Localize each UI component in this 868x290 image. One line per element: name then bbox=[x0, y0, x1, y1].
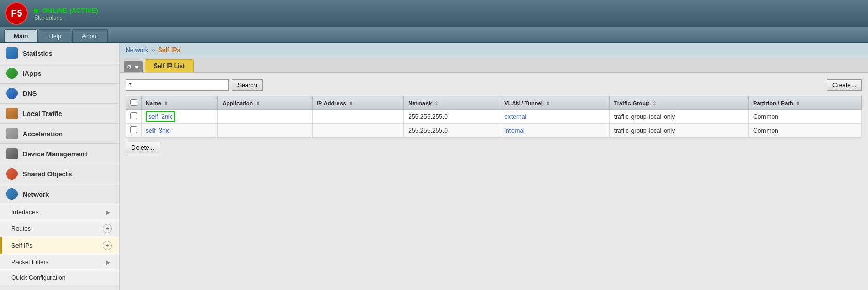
search-input[interactable] bbox=[126, 79, 229, 91]
sidebar: Statistics iApps DNS Local Traffic Accel… bbox=[0, 43, 120, 290]
row-checkbox-cell bbox=[126, 110, 142, 124]
th-application: Application ⇕ bbox=[218, 96, 312, 110]
row-netmask-cell: 255.255.255.0 bbox=[404, 124, 500, 138]
th-ip-label: IP Address bbox=[317, 100, 346, 106]
row-name-cell: self_2nic bbox=[142, 110, 218, 124]
row-partition-cell: Common bbox=[749, 124, 862, 138]
th-vlan-label: VLAN / Tunnel bbox=[504, 100, 542, 106]
row-ip-cell bbox=[312, 124, 403, 138]
th-netmask-label: Netmask bbox=[408, 100, 432, 106]
row-application-cell bbox=[218, 124, 312, 138]
th-name-label: Name bbox=[146, 100, 161, 106]
submenu-packet-filters[interactable]: Packet Filters ► bbox=[0, 254, 119, 270]
sidebar-item-local-traffic[interactable]: Local Traffic bbox=[0, 104, 119, 124]
sidebar-label-local-traffic: Local Traffic bbox=[23, 110, 113, 118]
chevron-right-icon: ► bbox=[105, 208, 112, 216]
submenu-label-packet-filters: Packet Filters bbox=[11, 259, 105, 266]
th-netmask: Netmask ⇕ bbox=[404, 96, 500, 110]
tab-help[interactable]: Help bbox=[39, 29, 71, 42]
th-application-label: Application bbox=[222, 100, 253, 106]
sidebar-item-acceleration[interactable]: Acceleration bbox=[0, 124, 119, 144]
submenu-self-ips[interactable]: Self IPs + bbox=[0, 237, 119, 254]
row-vlan-cell: internal bbox=[500, 124, 609, 138]
local-traffic-icon bbox=[6, 108, 18, 119]
submenu-label-self-ips: Self IPs bbox=[11, 242, 103, 249]
th-vlan-tunnel: VLAN / Tunnel ⇕ bbox=[500, 96, 609, 110]
status-indicator bbox=[34, 9, 38, 13]
f5-logo: F5 bbox=[5, 2, 28, 25]
gear-icon: ⚙ bbox=[127, 63, 132, 70]
row-checkbox-1[interactable] bbox=[130, 126, 137, 133]
table-row: self_2nic255.255.255.0externaltraffic-gr… bbox=[126, 110, 862, 124]
content-area: Network » Self IPs ⚙ ▼ Self IP List Sear… bbox=[120, 43, 868, 290]
sidebar-label-dns: DNS bbox=[23, 90, 113, 98]
sidebar-item-shared-objects[interactable]: Shared Objects bbox=[0, 164, 119, 184]
sidebar-label-device-management: Device Management bbox=[23, 150, 113, 158]
select-all-checkbox[interactable] bbox=[130, 99, 137, 106]
submenu-label-routes: Routes bbox=[11, 225, 103, 232]
breadcrumb-network: Network bbox=[126, 46, 148, 54]
th-traffic-group: Traffic Group ⇕ bbox=[609, 96, 748, 110]
sort-icon-netmask: ⇕ bbox=[434, 101, 438, 106]
table-area: Search Create... Name ⇕ Ap bbox=[120, 73, 868, 159]
tab-main[interactable]: Main bbox=[4, 29, 38, 42]
sidebar-item-dns[interactable]: DNS bbox=[0, 84, 119, 104]
sort-icon-vlan: ⇕ bbox=[546, 101, 550, 106]
gear-tab[interactable]: ⚙ ▼ bbox=[124, 61, 143, 72]
breadcrumb-current: Self IPs bbox=[158, 46, 180, 54]
sidebar-item-device-management[interactable]: Device Management bbox=[0, 144, 119, 164]
create-button[interactable]: Create... bbox=[827, 79, 862, 91]
sort-icon-application: ⇕ bbox=[256, 101, 260, 106]
acceleration-icon bbox=[6, 128, 18, 139]
status-block: ONLINE (ACTIVE) Standalone bbox=[34, 7, 98, 21]
sidebar-label-statistics: Statistics bbox=[23, 50, 113, 57]
th-traffic-group-label: Traffic Group bbox=[614, 100, 650, 106]
th-partition-label: Partition / Path bbox=[753, 100, 793, 106]
row-name-link-0[interactable]: self_2nic bbox=[146, 111, 175, 122]
network-icon bbox=[6, 188, 18, 200]
breadcrumb-separator: » bbox=[151, 46, 155, 54]
sidebar-item-network[interactable]: Network bbox=[0, 184, 119, 204]
row-traffic-group-cell: traffic-group-local-only bbox=[609, 124, 748, 138]
table-header-row: Name ⇕ Application ⇕ IP Address ⇕ Netm bbox=[126, 96, 862, 110]
network-submenu: Interfaces ► Routes + Self IPs + Packet … bbox=[0, 204, 119, 285]
row-name-link-1[interactable]: self_3nic bbox=[146, 127, 170, 134]
delete-button[interactable]: Delete... bbox=[126, 142, 160, 153]
sidebar-item-statistics[interactable]: Statistics bbox=[0, 43, 119, 63]
plus-icon-self-ips: + bbox=[103, 241, 112, 250]
sort-icon-partition: ⇕ bbox=[796, 101, 800, 106]
submenu-interfaces[interactable]: Interfaces ► bbox=[0, 204, 119, 220]
self-ip-list-tab[interactable]: Self IP List bbox=[145, 59, 194, 72]
sidebar-item-iapps[interactable]: iApps bbox=[0, 63, 119, 84]
search-button[interactable]: Search bbox=[232, 79, 263, 91]
row-checkbox-0[interactable] bbox=[130, 112, 137, 119]
device-management-icon bbox=[6, 148, 18, 159]
th-ip-address: IP Address ⇕ bbox=[312, 96, 403, 110]
submenu-quick-configuration[interactable]: Quick Configuration bbox=[0, 270, 119, 285]
row-partition-cell: Common bbox=[749, 110, 862, 124]
th-name: Name ⇕ bbox=[142, 96, 218, 110]
shared-objects-icon bbox=[6, 168, 18, 180]
row-netmask-cell: 255.255.255.0 bbox=[404, 110, 500, 124]
row-vlan-link-0[interactable]: external bbox=[504, 113, 526, 120]
sort-icon-traffic: ⇕ bbox=[652, 101, 656, 106]
submenu-routes[interactable]: Routes + bbox=[0, 220, 119, 237]
sidebar-label-shared-objects: Shared Objects bbox=[23, 170, 113, 178]
sidebar-label-iapps: iApps bbox=[23, 70, 113, 77]
row-checkbox-cell bbox=[126, 124, 142, 138]
tab-bar: ⚙ ▼ Self IP List bbox=[120, 57, 868, 73]
row-application-cell bbox=[218, 110, 312, 124]
submenu-label-interfaces: Interfaces bbox=[11, 208, 105, 216]
self-ip-table: Name ⇕ Application ⇕ IP Address ⇕ Netm bbox=[126, 96, 862, 138]
main-layout: Statistics iApps DNS Local Traffic Accel… bbox=[0, 43, 868, 290]
row-vlan-link-1[interactable]: internal bbox=[504, 127, 524, 134]
row-name-cell: self_3nic bbox=[142, 124, 218, 138]
breadcrumb: Network » Self IPs bbox=[120, 43, 868, 57]
search-row: Search Create... bbox=[126, 79, 862, 91]
row-ip-cell bbox=[312, 110, 403, 124]
chevron-right-icon-pf: ► bbox=[105, 258, 112, 266]
plus-icon-routes: + bbox=[103, 224, 112, 233]
tab-about[interactable]: About bbox=[72, 29, 108, 42]
search-left: Search bbox=[126, 79, 263, 91]
nav-tabs: Main Help About bbox=[0, 27, 868, 43]
